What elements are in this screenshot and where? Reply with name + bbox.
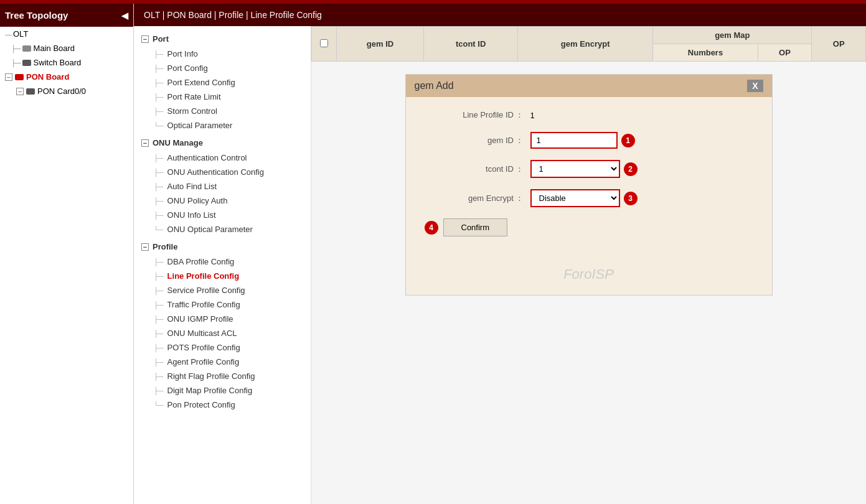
tree-label-main-board: Main Board bbox=[34, 44, 75, 53]
step-badge-1: 1 bbox=[621, 134, 635, 147]
sidebar-item-pon-board[interactable]: − PON Board bbox=[0, 70, 133, 84]
line-profile-id-label: Line Profile ID ： bbox=[425, 110, 524, 121]
nav-section-onu-header[interactable]: − ONU Manage bbox=[134, 135, 311, 151]
col-gem-id: gem ID bbox=[337, 27, 424, 62]
tree-connector: ├─ bbox=[11, 45, 21, 52]
nav-item-line-profile[interactable]: ├─ Line Profile Config bbox=[134, 269, 311, 283]
nav-item-agent-profile[interactable]: ├─ Agent Profile Config bbox=[134, 355, 311, 369]
sidebar-item-pon-card[interactable]: − PON Card0/0 bbox=[0, 84, 133, 98]
sidebar-item-main-board[interactable]: ├─ Main Board bbox=[0, 41, 133, 55]
form-row-gem-id: gem ID ： 1 bbox=[425, 132, 753, 149]
nav-item-dba-profile[interactable]: ├─ DBA Profile Config bbox=[134, 254, 311, 269]
tree-connector: ├─ bbox=[11, 59, 21, 67]
nav-section-port-header[interactable]: − Port bbox=[134, 31, 311, 47]
pon-board-expand[interactable]: − bbox=[5, 73, 12, 81]
nav-section-profile-label: Profile bbox=[153, 242, 177, 251]
pon-card-icon bbox=[26, 88, 35, 95]
col-gem-map: gem Map bbox=[653, 27, 812, 44]
nav-item-onu-optical[interactable]: └─ ONU Optical Parameter bbox=[134, 222, 311, 236]
nav-section-profile-header[interactable]: − Profile bbox=[134, 239, 311, 254]
modal-title: gem Add bbox=[415, 80, 454, 91]
pon-card-expand[interactable]: − bbox=[16, 88, 24, 95]
nav-item-onu-info-list[interactable]: ├─ ONU Info List bbox=[134, 208, 311, 222]
form-row-line-profile-id: Line Profile ID ： 1 bbox=[425, 110, 753, 121]
nav-item-digit-map[interactable]: ├─ Digit Map Profile Config bbox=[134, 383, 311, 398]
nav-section-onu-manage: − ONU Manage ├─ Authentication Control ├… bbox=[134, 135, 311, 236]
watermark: ForoISP bbox=[406, 266, 772, 295]
switch-board-icon bbox=[22, 60, 31, 66]
nav-section-onu-label: ONU Manage bbox=[153, 138, 203, 147]
nav-item-traffic-profile[interactable]: ├─ Traffic Profile Config bbox=[134, 297, 311, 312]
gem-table: gem ID tcont ID gem Encrypt gem Map OP N… bbox=[311, 26, 866, 62]
nav-item-igmp-profile[interactable]: ├─ ONU IGMP Profile bbox=[134, 312, 311, 326]
port-expand-icon[interactable]: − bbox=[141, 35, 149, 43]
col-op: OP bbox=[812, 27, 866, 62]
connector-icon: ├─ bbox=[154, 273, 164, 280]
main-board-icon bbox=[22, 45, 31, 52]
connector-icon: ├─ bbox=[154, 301, 164, 309]
connector-icon: ├─ bbox=[154, 212, 164, 219]
step-badge-2: 2 bbox=[624, 162, 638, 176]
gem-id-label: gem ID ： bbox=[425, 135, 524, 146]
connector-icon: ├─ bbox=[154, 197, 164, 205]
sidebar-collapse-icon[interactable]: ◀ bbox=[121, 11, 128, 21]
connector-icon: └─ bbox=[154, 122, 164, 129]
nav-item-right-flag[interactable]: ├─ Right Flag Profile Config bbox=[134, 369, 311, 383]
nav-item-port-config[interactable]: ├─ Port Config bbox=[134, 61, 311, 75]
sidebar-item-olt[interactable]: — OLT bbox=[0, 27, 133, 41]
onu-expand-icon[interactable]: − bbox=[141, 139, 149, 147]
tree-connector: — bbox=[5, 30, 12, 38]
connector-icon: ├─ bbox=[154, 93, 164, 101]
tcont-id-select[interactable]: 1 bbox=[530, 160, 620, 178]
nav-item-port-rate-limit[interactable]: ├─ Port Rate Limit bbox=[134, 90, 311, 104]
sidebar: Tree Topology ◀ — OLT ├─ Main Board ├─ S… bbox=[0, 4, 134, 504]
main-panel: gem ID tcont ID gem Encrypt gem Map OP N… bbox=[311, 26, 866, 504]
step-badge-3: 3 bbox=[624, 192, 638, 205]
sidebar-item-switch-board[interactable]: ├─ Switch Board bbox=[0, 55, 133, 70]
col-gem-encrypt: gem Encrypt bbox=[518, 27, 653, 62]
connector-icon: ├─ bbox=[154, 258, 164, 266]
connector-icon: ├─ bbox=[154, 315, 164, 323]
nav-item-auto-find[interactable]: ├─ Auto Find List bbox=[134, 179, 311, 194]
nav-section-profile: − Profile ├─ DBA Profile Config ├─ Line … bbox=[134, 239, 311, 412]
col-gem-map-op: OP bbox=[758, 44, 812, 62]
nav-item-auth-control[interactable]: ├─ Authentication Control bbox=[134, 151, 311, 165]
nav-item-pon-protect[interactable]: └─ Pon Protect Config bbox=[134, 398, 311, 412]
connector-icon: ├─ bbox=[154, 358, 164, 366]
breadcrumb: OLT | PON Board | Profile | Line Profile… bbox=[134, 4, 866, 26]
gem-encrypt-select[interactable]: Disable Enable bbox=[530, 189, 620, 207]
nav-item-port-info[interactable]: ├─ Port Info bbox=[134, 47, 311, 61]
nav-item-pots-profile[interactable]: ├─ POTS Profile Config bbox=[134, 340, 311, 355]
nav-item-storm-control[interactable]: ├─ Storm Control bbox=[134, 104, 311, 118]
connector-icon: ├─ bbox=[154, 387, 164, 394]
nav-item-multicast-acl[interactable]: ├─ ONU Multicast ACL bbox=[134, 326, 311, 340]
pon-board-icon bbox=[15, 74, 24, 80]
profile-expand-icon[interactable]: − bbox=[141, 243, 149, 251]
nav-item-optical-parameter[interactable]: └─ Optical Parameter bbox=[134, 118, 311, 133]
line-profile-id-value: 1 bbox=[530, 111, 535, 120]
connector-icon: ├─ bbox=[154, 169, 164, 176]
col-checkbox bbox=[312, 27, 337, 62]
gem-add-modal: gem Add X Line Profile ID ： 1 gem I bbox=[405, 74, 773, 296]
step-badge-4: 4 bbox=[425, 221, 438, 235]
connector-icon: └─ bbox=[154, 226, 164, 233]
modal-close-button[interactable]: X bbox=[747, 80, 763, 92]
nav-item-service-profile[interactable]: ├─ Service Profile Config bbox=[134, 283, 311, 297]
nav-item-onu-policy[interactable]: ├─ ONU Policy Auth bbox=[134, 194, 311, 208]
connector-icon: ├─ bbox=[154, 50, 164, 58]
connector-icon: ├─ bbox=[154, 287, 164, 294]
gem-id-input[interactable] bbox=[530, 132, 618, 149]
modal-title-bar: gem Add X bbox=[406, 75, 772, 97]
gem-encrypt-label: gem Encrypt ： bbox=[425, 193, 524, 204]
sidebar-header[interactable]: Tree Topology ◀ bbox=[0, 4, 133, 27]
form-row-gem-encrypt: gem Encrypt ： Disable Enable 3 bbox=[425, 189, 753, 207]
col-gem-map-numbers: Numbers bbox=[653, 44, 758, 62]
confirm-button[interactable]: Confirm bbox=[443, 218, 508, 236]
connector-icon: ├─ bbox=[154, 108, 164, 115]
nav-item-port-extend-config[interactable]: ├─ Port Extend Config bbox=[134, 75, 311, 90]
nav-section-port: − Port ├─ Port Info ├─ Port Config ├─ Po… bbox=[134, 31, 311, 133]
nav-item-onu-auth-config[interactable]: ├─ ONU Authentication Config bbox=[134, 165, 311, 179]
nav-section-port-label: Port bbox=[153, 34, 169, 44]
select-all-checkbox[interactable] bbox=[320, 39, 328, 47]
tree-label-switch-board: Switch Board bbox=[34, 58, 82, 67]
